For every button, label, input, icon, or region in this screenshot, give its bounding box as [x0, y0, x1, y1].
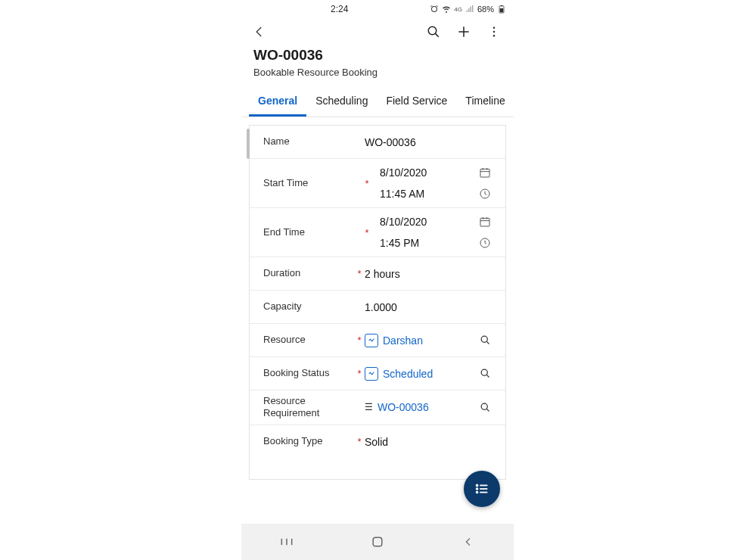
field-value[interactable]: Solid: [365, 436, 474, 448]
field-duration[interactable]: Duration * 2 hours: [250, 257, 505, 291]
svg-point-8: [493, 31, 495, 33]
svg-rect-1: [501, 5, 503, 6]
app-bar: [241, 17, 514, 47]
status-time: 2:24: [249, 4, 430, 14]
svg-point-26: [477, 485, 478, 487]
svg-point-7: [493, 27, 495, 29]
clock-icon[interactable]: [474, 237, 496, 249]
lookup-icon[interactable]: [474, 368, 496, 379]
phone-frame: 2:24 4G 68%: [241, 0, 514, 560]
network-icon: 4G: [454, 6, 462, 13]
signal-icon: [465, 5, 474, 14]
battery-icon: [497, 5, 506, 14]
required-marker: *: [354, 334, 365, 346]
field-booking-status[interactable]: Booking Status * Scheduled: [250, 357, 505, 390]
svg-point-30: [477, 492, 478, 493]
field-label: Duration: [263, 267, 354, 279]
required-marker: *: [362, 227, 372, 238]
svg-line-21: [486, 341, 489, 344]
resource-link-text: Darshan: [383, 334, 423, 347]
list-fab-button[interactable]: [464, 471, 500, 507]
field-booking-type[interactable]: Booking Type * Solid: [250, 425, 505, 459]
tab-field-service[interactable]: Field Service: [377, 89, 456, 117]
field-label: Start Time: [263, 177, 354, 189]
required-marker: *: [362, 178, 372, 189]
status-link-text: Scheduled: [383, 368, 433, 380]
required-marker: *: [354, 436, 365, 447]
field-label: Booking Status: [263, 367, 354, 379]
svg-point-28: [477, 488, 478, 490]
field-name[interactable]: Name WO-00036: [250, 126, 505, 159]
svg-point-9: [493, 35, 495, 36]
field-label: Resource: [263, 334, 354, 346]
page-title: WO-00036: [253, 47, 502, 64]
field-label: End Time: [263, 226, 354, 238]
start-time-value[interactable]: 11:45 AM: [380, 188, 474, 200]
requirement-link-text: WO-00036: [378, 401, 429, 413]
battery-text: 68%: [477, 5, 494, 14]
calendar-icon[interactable]: [474, 166, 496, 179]
svg-point-20: [481, 336, 487, 342]
field-start-time: Start Time * 8/10/2020 11:45 AM: [250, 159, 505, 208]
status-indicators: 4G 68%: [430, 5, 506, 14]
svg-point-22: [481, 369, 487, 375]
field-value[interactable]: Darshan: [365, 334, 474, 347]
wifi-icon: [442, 5, 451, 14]
status-entity-icon: [365, 367, 378, 381]
field-value[interactable]: Scheduled: [365, 367, 474, 381]
tab-timeline[interactable]: Timeline: [456, 89, 514, 117]
field-label: Capacity: [263, 300, 354, 313]
required-marker: *: [354, 268, 365, 279]
more-button[interactable]: [479, 17, 509, 47]
svg-point-24: [481, 403, 487, 409]
svg-point-3: [428, 26, 437, 35]
svg-line-25: [486, 409, 489, 411]
tabs: General Scheduling Field Service Timelin…: [241, 89, 514, 117]
field-label: Resource Requirement: [263, 395, 354, 420]
field-value[interactable]: WO-00036: [365, 136, 474, 148]
status-bar: 2:24 4G 68%: [241, 2, 514, 17]
back-button[interactable]: [246, 18, 273, 45]
svg-rect-35: [373, 537, 382, 546]
end-date-value[interactable]: 8/10/2020: [380, 216, 474, 228]
svg-line-4: [436, 34, 439, 37]
back-nav-button[interactable]: [446, 536, 491, 548]
field-capacity[interactable]: Capacity 1.0000: [250, 291, 505, 324]
form-panel: Name WO-00036 Start Time * 8/10/2020 11:…: [249, 125, 506, 459]
add-button[interactable]: [449, 17, 479, 47]
field-resource-requirement[interactable]: Resource Requirement ☰ WO-00036: [250, 390, 505, 425]
field-label: Name: [263, 135, 354, 148]
page-subtitle: Bookable Resource Booking: [253, 67, 502, 78]
field-end-time: End Time * 8/10/2020 1:45 PM: [250, 208, 505, 257]
calendar-icon[interactable]: [474, 216, 496, 228]
start-date-value[interactable]: 8/10/2020: [380, 166, 474, 179]
svg-rect-15: [480, 218, 489, 226]
required-marker: *: [354, 368, 365, 379]
requirement-entity-icon: ☰: [365, 402, 373, 412]
resource-entity-icon: [365, 334, 378, 347]
svg-line-23: [486, 375, 489, 377]
scroll-indicator[interactable]: [247, 129, 250, 159]
svg-rect-2: [500, 8, 504, 12]
lookup-icon[interactable]: [474, 402, 496, 413]
field-resource[interactable]: Resource * Darshan: [250, 324, 505, 357]
tab-general[interactable]: General: [249, 89, 306, 117]
recents-nav-button[interactable]: [264, 537, 309, 547]
end-time-value[interactable]: 1:45 PM: [380, 237, 474, 249]
field-value[interactable]: 1.0000: [365, 301, 474, 313]
alarm-icon: [430, 5, 439, 14]
field-value[interactable]: ☰ WO-00036: [365, 401, 474, 413]
clock-icon[interactable]: [474, 188, 496, 200]
lookup-icon[interactable]: [474, 334, 496, 346]
home-nav-button[interactable]: [355, 534, 400, 549]
search-button[interactable]: [418, 17, 449, 47]
android-nav-bar: [241, 524, 514, 560]
tab-scheduling[interactable]: Scheduling: [306, 89, 377, 117]
field-value[interactable]: 2 hours: [365, 268, 474, 280]
record-header: WO-00036 Bookable Resource Booking: [241, 47, 514, 82]
field-label: Booking Type: [263, 435, 354, 447]
svg-rect-10: [480, 169, 489, 177]
